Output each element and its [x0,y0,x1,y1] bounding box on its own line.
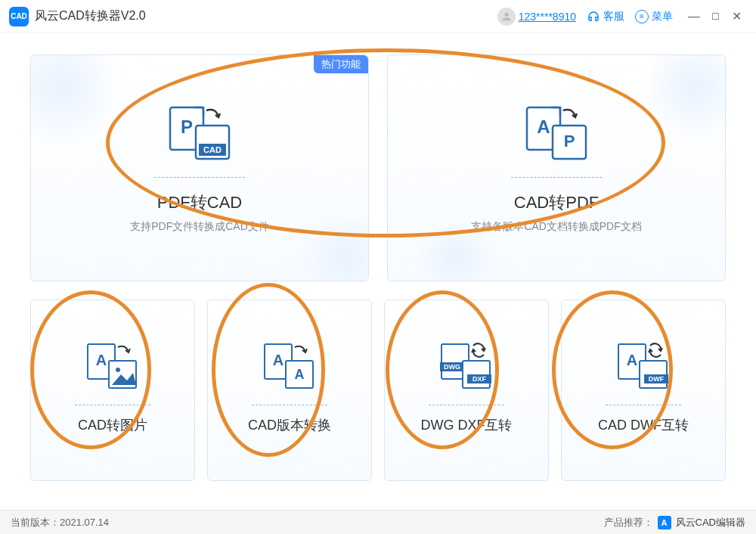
divider [154,177,245,178]
svg-text:CAD: CAD [203,145,222,154]
app-logo-icon: CAD [9,7,29,26]
svg-text:A: A [537,116,550,137]
card-pdf-to-cad[interactable]: 热门功能 P CAD PDF转CAD 支持PDF文件转换成CAD文 [30,54,369,281]
app-window: CAD 风云CAD转换器V2.0 123****8910 客服 ≡ 菜单 — ☐… [0,0,756,534]
cad-to-image-icon: A [85,341,141,396]
card-title: CAD转图片 [78,416,147,434]
menu-button[interactable]: ≡ 菜单 [635,10,673,23]
user-avatar-icon[interactable] [497,8,516,26]
card-cad-version-convert[interactable]: A A CAD版本转换 [207,300,372,481]
user-id-link[interactable]: 123****8910 [519,11,576,23]
card-title: DWG DXF互转 [421,416,513,434]
card-cad-to-image[interactable]: A CAD转图片 [30,300,195,481]
content-area: 热门功能 P CAD PDF转CAD 支持PDF文件转换成CAD文 [0,33,756,510]
recommend-label: 产品推荐： [604,516,653,529]
svg-text:A: A [273,352,284,368]
bottom-cards-row: A CAD转图片 A [30,300,726,481]
divider [606,405,681,405]
svg-text:P: P [564,132,575,151]
divider [75,405,150,405]
card-subtitle: 支持各版本CAD文档转换成PDF文档 [471,220,642,234]
svg-text:A: A [627,352,637,368]
card-title: CAD版本转换 [248,416,331,434]
svg-text:A: A [96,352,107,368]
card-subtitle: 支持PDF文件转换成CAD文件 [130,220,269,234]
titlebar: CAD 风云CAD转换器V2.0 123****8910 客服 ≡ 菜单 — ☐… [0,0,756,33]
svg-text:DXF: DXF [472,375,487,383]
divider [429,405,504,405]
dwg-dxf-icon: DWG DXF [438,341,494,396]
menu-icon: ≡ [635,10,649,23]
card-title: CAD转PDF [514,191,599,214]
headset-icon [587,10,600,23]
cad-to-pdf-icon: A P [522,103,590,166]
menu-label: 菜单 [652,10,673,23]
cad-version-icon: A A [262,341,318,396]
svg-text:P: P [181,116,193,137]
support-label: 客服 [603,10,624,23]
svg-text:DWG: DWG [444,363,460,371]
version-label: 当前版本： [11,516,60,529]
card-dwg-dxf-convert[interactable]: DWG DXF DWG DXF互转 [384,300,549,481]
svg-text:A: A [295,367,305,382]
card-cad-dwf-convert[interactable]: A DWF CAD DWF互转 [561,300,726,481]
status-bar: 当前版本： 2021.07.14 产品推荐： A 风云CAD编辑器 [0,510,756,534]
svg-point-12 [116,368,120,372]
recommend-product-icon: A [658,516,671,529]
card-title: CAD DWF互转 [598,416,689,434]
app-title: 风云CAD转换器V2.0 [35,8,146,24]
minimize-button[interactable]: — [683,6,705,27]
pdf-to-cad-icon: P CAD [166,103,234,166]
card-title: PDF转CAD [157,191,242,214]
close-button[interactable]: ✕ [726,6,747,27]
hot-badge: 热门功能 [314,55,368,73]
svg-text:DWF: DWF [649,375,665,383]
divider [252,405,327,405]
maximize-button[interactable]: ☐ [705,6,726,27]
cad-dwf-icon: A DWF [615,341,671,396]
recommend-product-link[interactable]: 风云CAD编辑器 [676,516,745,529]
top-cards-row: 热门功能 P CAD PDF转CAD 支持PDF文件转换成CAD文 [30,54,726,281]
support-button[interactable]: 客服 [587,10,624,23]
card-cad-to-pdf[interactable]: A P CAD转PDF 支持各版本CAD文档转换成PDF文档 [387,54,726,281]
divider [511,177,602,178]
version-value: 2021.07.14 [60,517,109,528]
